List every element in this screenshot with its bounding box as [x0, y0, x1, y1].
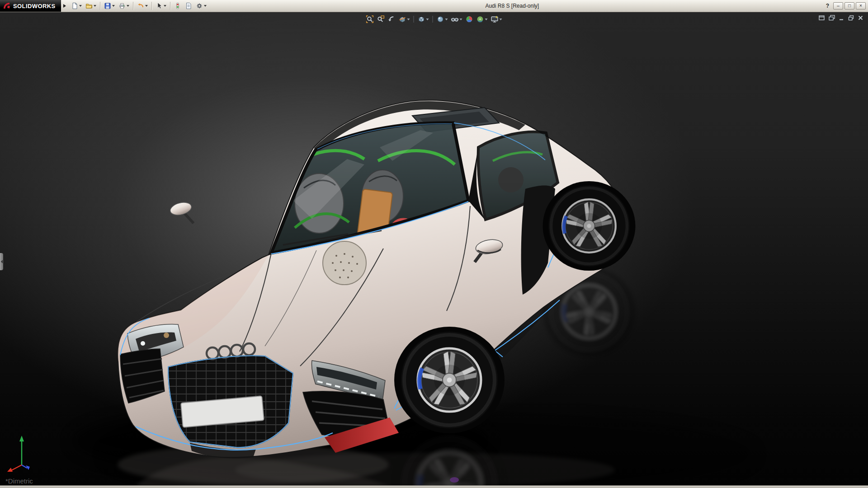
dropdown-caret-icon[interactable]	[112, 5, 115, 7]
heads-up-view-toolbar	[365, 15, 504, 23]
cascade-window-button[interactable]	[829, 15, 835, 21]
panel-splitter-handle[interactable]	[0, 253, 3, 270]
new-document-button[interactable]	[70, 1, 83, 11]
maximize-button[interactable]: □	[844, 2, 854, 9]
minimize-button[interactable]: –	[833, 2, 843, 9]
dropdown-caret-icon[interactable]	[460, 19, 462, 20]
view-orientation-button[interactable]	[416, 15, 430, 23]
display-style-icon	[437, 15, 444, 23]
close-button[interactable]: ×	[856, 2, 866, 9]
hide-show-items-glasses-icon	[451, 15, 459, 23]
rebuild-button[interactable]	[173, 1, 183, 11]
dropdown-caret-icon[interactable]	[445, 19, 448, 20]
save-icon	[104, 2, 111, 9]
zoom-to-fit-button[interactable]	[365, 15, 375, 23]
reference-triad	[6, 433, 39, 474]
restore-document-button[interactable]	[848, 15, 854, 21]
zoom-to-area-button[interactable]	[376, 15, 386, 23]
new-document-icon	[71, 2, 78, 9]
perforated-disc	[323, 241, 366, 285]
minimize-document-icon	[839, 15, 844, 21]
open-button[interactable]	[84, 1, 98, 11]
section-view-icon	[399, 15, 406, 23]
display-style-button[interactable]	[435, 15, 449, 23]
minimize-document-button[interactable]	[839, 15, 844, 21]
edit-appearance-button[interactable]	[464, 15, 475, 23]
window-controls: ? – □ ×	[823, 2, 868, 9]
z-axis	[22, 465, 27, 468]
undo-button[interactable]	[136, 1, 149, 11]
solidworks-logo: SOLIDWORKS	[0, 0, 61, 12]
hide-show-items-button[interactable]	[450, 15, 464, 23]
splitter-caret-icon	[1, 260, 3, 263]
x-axis	[10, 465, 22, 471]
brand-text: SOLIDWORKS	[13, 3, 56, 9]
view-orientation-label: *Dimetric	[5, 477, 33, 485]
zoom-to-fit-icon	[366, 15, 374, 23]
rear-wheel	[543, 181, 636, 271]
status-bar-edge	[0, 485, 868, 488]
dropdown-caret-icon[interactable]	[407, 19, 410, 20]
help-button[interactable]: ?	[823, 3, 832, 9]
print-icon	[118, 2, 126, 9]
tile-window-button[interactable]	[819, 15, 825, 21]
toolbar-separator	[414, 16, 414, 23]
previous-view-button[interactable]	[387, 15, 397, 23]
solidworks-logo-mark	[3, 2, 11, 9]
document-window-controls	[819, 15, 863, 21]
toolbar-separator	[151, 2, 152, 10]
file-properties-button[interactable]	[184, 1, 193, 11]
dropdown-caret-icon[interactable]	[204, 5, 207, 7]
restore-document-icon	[848, 15, 854, 21]
apply-scene-button[interactable]	[475, 15, 489, 23]
cascade-window-icon	[829, 15, 835, 21]
dropdown-caret-icon[interactable]	[79, 5, 82, 7]
zoom-to-area-icon	[377, 15, 385, 23]
car-model	[118, 100, 635, 459]
save-button[interactable]	[103, 1, 116, 11]
options-button[interactable]	[194, 1, 208, 11]
y-axis-arrow	[19, 436, 24, 441]
left-mirror	[169, 201, 193, 223]
toolbar-separator	[433, 16, 433, 23]
view-settings-button[interactable]	[490, 15, 504, 23]
apply-scene-icon	[476, 15, 484, 23]
toolbar-separator	[100, 2, 100, 10]
dropdown-caret-icon[interactable]	[426, 19, 429, 20]
file-properties-icon	[185, 2, 192, 9]
main-toolbar	[69, 1, 208, 11]
view-orientation-icon	[418, 15, 425, 23]
undo-icon	[137, 2, 144, 9]
tile-window-icon	[819, 15, 825, 21]
rebuild-traffic-light-icon	[174, 2, 181, 9]
toolbar-separator	[170, 2, 170, 10]
car-model-render	[0, 12, 868, 486]
dropdown-caret-icon[interactable]	[94, 5, 96, 7]
window-title: Audi R8 S [Read-only]	[485, 3, 539, 9]
section-view-button[interactable]	[397, 15, 411, 23]
close-document-button[interactable]	[858, 15, 863, 21]
dropdown-caret-icon[interactable]	[500, 19, 502, 20]
open-icon	[85, 2, 93, 9]
seat-through-side-window	[498, 167, 524, 192]
front-wheel	[394, 327, 505, 433]
purple-artifact	[450, 477, 459, 483]
dropdown-caret-icon[interactable]	[145, 5, 148, 7]
dropdown-caret-icon[interactable]	[164, 5, 166, 7]
view-settings-icon	[491, 15, 499, 23]
options-gear-icon	[196, 2, 203, 9]
graphics-area[interactable]: *Dimetric	[0, 12, 868, 486]
dropdown-caret-icon[interactable]	[127, 5, 129, 7]
previous-view-icon	[388, 15, 396, 23]
toolbar-separator	[133, 2, 133, 10]
dropdown-caret-icon[interactable]	[485, 19, 488, 20]
select-cursor-icon	[156, 2, 163, 9]
select-button[interactable]	[154, 1, 168, 11]
edit-appearance-icon	[466, 15, 473, 23]
menu-expand-caret[interactable]	[63, 4, 66, 8]
print-button[interactable]	[117, 1, 131, 11]
title-bar: SOLIDWORKS	[0, 0, 868, 12]
close-document-icon	[858, 15, 863, 21]
